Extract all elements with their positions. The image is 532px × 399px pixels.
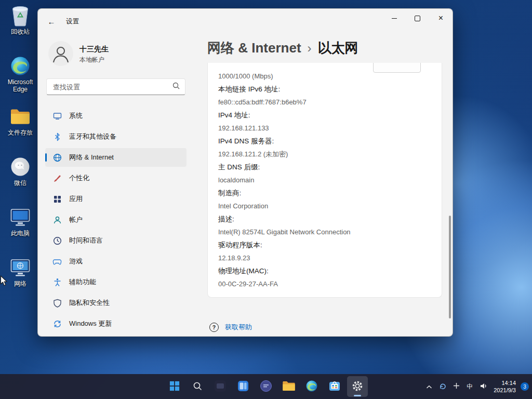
store-button[interactable] bbox=[324, 376, 345, 397]
desktop-icon-label: 文件存放 bbox=[8, 129, 33, 136]
start-button[interactable] bbox=[164, 376, 185, 397]
gear-icon bbox=[352, 380, 363, 393]
screen: 回收站 Microsoft Edge 文件存放 微信 此电脑 bbox=[0, 0, 532, 399]
desktop-icon-edge[interactable]: Microsoft Edge bbox=[3, 55, 37, 105]
user-profile[interactable]: 十三先生 本地帐户 bbox=[45, 38, 187, 74]
window-title: 设置 bbox=[66, 17, 79, 26]
sidebar-item-label: 网络 & Internet bbox=[69, 153, 114, 162]
sidebar-item-bluetooth[interactable]: 蓝牙和其他设备 bbox=[45, 127, 187, 146]
settings-taskbar-button[interactable] bbox=[347, 376, 368, 397]
property-label: 描述: bbox=[218, 211, 431, 224]
system-tray: 中 14:14 2021/9/3 3 bbox=[425, 374, 529, 399]
taskbar-search-button[interactable] bbox=[187, 376, 208, 397]
help-icon: ? bbox=[209, 323, 219, 332]
search-input[interactable] bbox=[52, 83, 172, 91]
widgets-button[interactable] bbox=[233, 376, 254, 397]
clock[interactable]: 14:14 2021/9/3 bbox=[494, 379, 516, 394]
search-icon bbox=[172, 82, 180, 91]
sidebar-item-time-language[interactable]: 时间和语言 bbox=[45, 231, 187, 250]
edge-button[interactable] bbox=[301, 376, 322, 397]
sidebar-item-label: 游戏 bbox=[69, 257, 83, 266]
property-label: 主 DNS 后缀: bbox=[218, 159, 431, 172]
sidebar-item-windows-update[interactable]: Windows 更新 bbox=[45, 314, 187, 333]
desktop-icon-recycle-bin[interactable]: 回收站 bbox=[3, 4, 37, 55]
volume-button[interactable] bbox=[478, 381, 489, 393]
sidebar-item-label: Windows 更新 bbox=[69, 319, 112, 328]
sidebar-item-label: 时间和语言 bbox=[69, 236, 103, 245]
folder-icon bbox=[10, 105, 31, 128]
sidebar-item-network-internet[interactable]: 网络 & Internet bbox=[45, 148, 187, 167]
sidebar-item-label: 应用 bbox=[69, 194, 83, 204]
back-button[interactable]: ← bbox=[42, 12, 61, 30]
task-view-button[interactable] bbox=[210, 376, 231, 397]
clock-date: 2021/9/3 bbox=[494, 387, 516, 394]
close-button[interactable]: × bbox=[429, 9, 453, 28]
time-language-icon bbox=[52, 236, 62, 245]
sidebar-item-apps[interactable]: 应用 bbox=[45, 190, 187, 208]
apps-icon bbox=[52, 194, 62, 204]
search-box bbox=[46, 78, 185, 95]
property-value: fe80::cd5a:bdff:7687:b6eb%7 bbox=[218, 94, 352, 107]
property-value: localdomain bbox=[218, 172, 352, 185]
system-icon bbox=[52, 111, 62, 121]
notification-badge[interactable]: 3 bbox=[521, 382, 529, 391]
desktop-icon-this-pc[interactable]: 此电脑 bbox=[3, 206, 37, 256]
privacy-shield-icon bbox=[52, 298, 62, 308]
file-explorer-button[interactable] bbox=[278, 376, 299, 397]
breadcrumb-separator: › bbox=[308, 41, 312, 56]
titlebar: ← 设置 × bbox=[38, 9, 453, 34]
property-value: 192.168.121.2 (未加密) bbox=[218, 146, 352, 159]
minimize-button[interactable] bbox=[382, 9, 406, 28]
windows-start-icon bbox=[169, 381, 180, 393]
accounts-icon bbox=[52, 215, 62, 224]
search-icon bbox=[193, 381, 202, 392]
scrollbar-thumb[interactable] bbox=[449, 216, 451, 318]
desktop-icon-label: 此电脑 bbox=[11, 230, 30, 237]
sidebar-item-label: 系统 bbox=[69, 111, 83, 121]
wechat-icon bbox=[10, 155, 31, 178]
breadcrumb: 网络 & Internet › 以太网 bbox=[207, 39, 453, 59]
adapter-properties-card: 1000/1000 (Mbps) 本地链接 IPv6 地址: fe80::cd5… bbox=[207, 63, 442, 298]
property-value: 192.168.121.133 bbox=[218, 120, 352, 133]
close-icon: × bbox=[438, 14, 443, 22]
tray-pen-button[interactable] bbox=[452, 381, 461, 392]
chat-button[interactable] bbox=[256, 376, 276, 397]
desktop-icon-folder[interactable]: 文件存放 bbox=[3, 105, 37, 155]
property-label: 本地链接 IPv6 地址: bbox=[218, 81, 431, 94]
sidebar-item-label: 蓝牙和其他设备 bbox=[69, 132, 116, 141]
sidebar-item-accessibility[interactable]: 辅助功能 bbox=[45, 273, 187, 291]
sidebar-item-gaming[interactable]: 游戏 bbox=[45, 252, 187, 271]
desktop-icon-network[interactable]: 网络 bbox=[3, 256, 37, 307]
page-title: 以太网 bbox=[318, 39, 358, 57]
sidebar-item-personalization[interactable]: 个性化 bbox=[45, 169, 187, 188]
ime-indicator[interactable]: 中 bbox=[466, 381, 474, 392]
chevron-up-icon bbox=[426, 383, 432, 391]
tray-overflow-button[interactable] bbox=[425, 382, 433, 392]
desktop-icon-wechat[interactable]: 微信 bbox=[3, 155, 37, 206]
sidebar-item-accounts[interactable]: 帐户 bbox=[45, 210, 187, 229]
sidebar-item-system[interactable]: 系统 bbox=[45, 107, 187, 125]
property-label: 驱动程序版本: bbox=[218, 237, 431, 250]
get-help-link[interactable]: ? 获取帮助 bbox=[207, 323, 453, 332]
breadcrumb-parent[interactable]: 网络 & Internet bbox=[207, 39, 301, 57]
recycle-bin-icon bbox=[11, 4, 30, 27]
scroll-viewport: 1000/1000 (Mbps) 本地链接 IPv6 地址: fe80::cd5… bbox=[207, 63, 442, 315]
back-arrow-icon: ← bbox=[48, 17, 56, 26]
gaming-icon bbox=[52, 257, 62, 266]
maximize-button[interactable] bbox=[406, 9, 429, 28]
property-value: 12.18.9.23 bbox=[218, 250, 352, 263]
property-value: Intel(R) 82574L Gigabit Network Connecti… bbox=[218, 224, 352, 237]
sidebar-item-privacy-security[interactable]: 隐私和安全性 bbox=[45, 294, 187, 312]
avatar bbox=[48, 41, 73, 68]
copy-button[interactable] bbox=[373, 63, 421, 73]
sidebar-item-label: 个性化 bbox=[69, 174, 89, 183]
ime-label: 中 bbox=[467, 382, 473, 391]
sync-arrow-icon bbox=[439, 382, 446, 391]
tray-sync-button[interactable] bbox=[438, 381, 447, 392]
user-name: 十三先生 bbox=[79, 45, 109, 54]
property-label: 物理地址(MAC): bbox=[218, 263, 431, 276]
clock-time: 14:14 bbox=[494, 379, 516, 387]
desktop-icon-label: Microsoft Edge bbox=[3, 78, 37, 93]
property-value: 00-0C-29-27-AA-FA bbox=[218, 276, 352, 289]
property-label: IPv4 DNS 服务器: bbox=[218, 133, 431, 146]
